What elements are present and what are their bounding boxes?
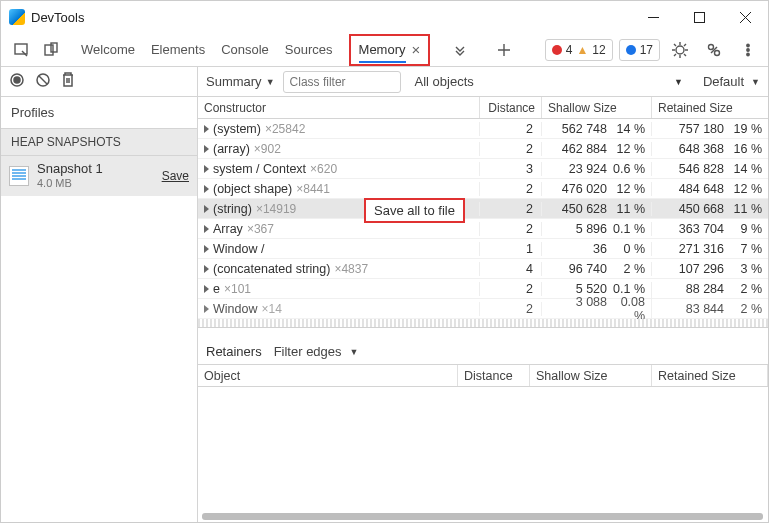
kebab-icon[interactable]	[734, 36, 762, 64]
tab-memory-highlighted: Memory ×	[349, 34, 431, 66]
tab-elements[interactable]: Elements	[151, 36, 205, 63]
ret-header-object[interactable]: Object	[198, 365, 458, 386]
add-tab-icon[interactable]	[490, 36, 518, 64]
snapshot-name: Snapshot 1	[37, 162, 154, 177]
expand-icon[interactable]	[204, 225, 209, 233]
snapshot-save-link[interactable]: Save	[162, 169, 189, 183]
retainers-label: Retainers	[206, 344, 262, 359]
left-panel: Profiles HEAP SNAPSHOTS Snapshot 1 4.0 M…	[1, 67, 198, 522]
expand-icon[interactable]	[204, 305, 209, 313]
class-filter-input[interactable]	[283, 71, 401, 93]
svg-point-7	[747, 44, 749, 46]
svg-point-11	[14, 77, 20, 83]
error-dot-icon	[552, 45, 562, 55]
svg-point-8	[747, 48, 749, 50]
header-retained[interactable]: Retained Size	[652, 97, 768, 118]
error-count: 4	[566, 43, 573, 57]
retainers-body	[198, 387, 768, 522]
pane-divider[interactable]	[198, 327, 768, 339]
record-icon[interactable]	[9, 72, 25, 91]
heap-snapshots-header: HEAP SNAPSHOTS	[1, 128, 197, 156]
titlebar: DevTools	[1, 1, 768, 33]
header-constructor[interactable]: Constructor	[198, 97, 480, 118]
svg-point-5	[709, 44, 714, 49]
table-row[interactable]: system / Context×620323 9240.6 %546 8281…	[198, 159, 768, 179]
expand-icon[interactable]	[204, 145, 209, 153]
tab-memory[interactable]: Memory	[359, 36, 406, 63]
warning-count: 12	[592, 43, 605, 57]
svg-point-4	[676, 46, 684, 54]
ret-header-shallow[interactable]: Shallow Size	[530, 365, 652, 386]
expand-icon[interactable]	[204, 185, 209, 193]
delete-icon[interactable]	[61, 72, 75, 91]
svg-rect-1	[15, 44, 27, 54]
customize-icon[interactable]	[700, 36, 728, 64]
close-button[interactable]	[722, 2, 768, 32]
expand-icon[interactable]	[204, 245, 209, 253]
right-panel: Summary▼ All objects ▼ Default▼ Construc…	[198, 67, 768, 522]
tab-strip: Welcome Elements Console Sources Memory …	[81, 34, 518, 66]
table-row[interactable]: e×10125 5200.1 %88 2842 %	[198, 279, 768, 299]
table-row[interactable]: (array)×9022462 88412 %648 36816 %	[198, 139, 768, 159]
context-menu-save-all[interactable]: Save all to file	[364, 198, 465, 223]
expand-icon[interactable]	[204, 205, 209, 213]
inspect-icon[interactable]	[7, 36, 35, 64]
info-badge[interactable]: 17	[619, 39, 660, 61]
info-count: 17	[640, 43, 653, 57]
ret-header-retained[interactable]: Retained Size	[652, 365, 768, 386]
devtools-icon	[9, 9, 25, 25]
table-row[interactable]: Window×1423 0880.08 %83 8442 %	[198, 299, 768, 319]
svg-point-6	[715, 50, 720, 55]
table-row[interactable]: Array×36725 8960.1 %363 7049 %	[198, 219, 768, 239]
clear-icon[interactable]	[35, 72, 51, 91]
snapshot-item[interactable]: Snapshot 1 4.0 MB Save	[1, 156, 197, 196]
main-toolbar: Welcome Elements Console Sources Memory …	[1, 33, 768, 67]
tab-console[interactable]: Console	[221, 36, 269, 63]
snapshot-icon	[9, 166, 29, 186]
default-dropdown[interactable]: Default▼	[703, 74, 760, 89]
retainers-header: Object Distance Shallow Size Retained Si…	[198, 365, 768, 387]
error-badge[interactable]: 4 ▲ 12	[545, 39, 613, 61]
grid-rows: (system)×258422562 74814 %757 18019 %(ar…	[198, 119, 768, 319]
ret-header-distance[interactable]: Distance	[458, 365, 530, 386]
grid-header: Constructor Distance Shallow Size Retain…	[198, 97, 768, 119]
table-row[interactable]: (system)×258422562 74814 %757 18019 %	[198, 119, 768, 139]
h-scroll-indicator[interactable]	[198, 319, 768, 327]
header-shallow[interactable]: Shallow Size	[542, 97, 652, 118]
maximize-button[interactable]	[676, 2, 722, 32]
minimize-button[interactable]	[630, 2, 676, 32]
tab-close-icon[interactable]: ×	[412, 41, 421, 58]
info-dot-icon	[626, 45, 636, 55]
expand-icon[interactable]	[204, 125, 209, 133]
objects-arrow-icon[interactable]: ▼	[674, 77, 683, 87]
warning-triangle-icon: ▲	[576, 43, 588, 57]
svg-point-9	[747, 53, 749, 55]
table-row[interactable]: (string)×149192450 62811 %450 66811 %	[198, 199, 768, 219]
bottom-scrollbar[interactable]	[202, 513, 763, 520]
view-dropdown[interactable]: Summary▼	[206, 74, 275, 89]
header-distance[interactable]: Distance	[480, 97, 542, 118]
more-tabs-icon[interactable]	[446, 36, 474, 64]
device-icon[interactable]	[37, 36, 65, 64]
window-title: DevTools	[31, 10, 630, 25]
objects-dropdown[interactable]: All objects	[415, 74, 474, 89]
expand-icon[interactable]	[204, 285, 209, 293]
table-row[interactable]: Window /1360 %271 3167 %	[198, 239, 768, 259]
filter-edges-dropdown[interactable]: Filter edges▼	[274, 344, 359, 359]
snapshot-size: 4.0 MB	[37, 177, 154, 190]
tab-sources[interactable]: Sources	[285, 36, 333, 63]
table-row[interactable]: (object shape)×84412476 02012 %484 64812…	[198, 179, 768, 199]
svg-rect-0	[694, 12, 704, 22]
settings-icon[interactable]	[666, 36, 694, 64]
table-row[interactable]: (concatenated string)×4837496 7402 %107 …	[198, 259, 768, 279]
svg-rect-2	[45, 45, 53, 55]
expand-icon[interactable]	[204, 265, 209, 273]
tab-welcome[interactable]: Welcome	[81, 36, 135, 63]
profiles-label: Profiles	[1, 97, 197, 128]
expand-icon[interactable]	[204, 165, 209, 173]
